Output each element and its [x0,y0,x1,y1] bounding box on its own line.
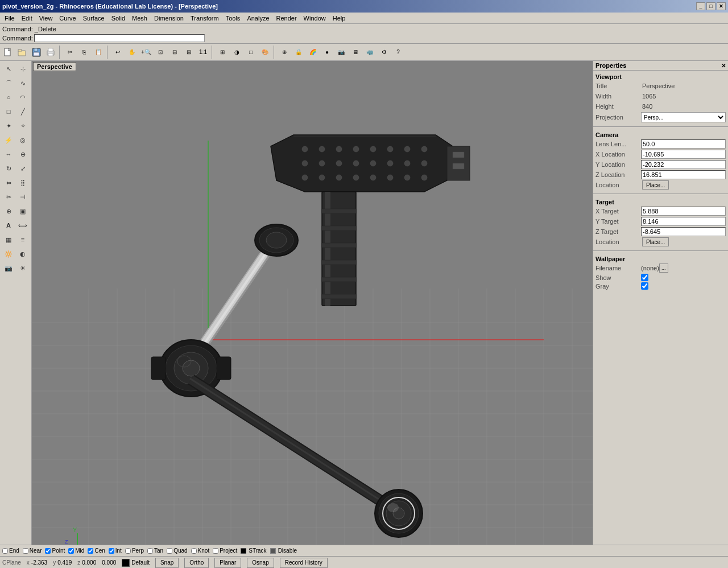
snap-end[interactable]: End [2,548,19,554]
snap-perp-check[interactable] [125,548,131,554]
prop-location-place-btn[interactable]: Place... [642,180,669,190]
material-tool[interactable]: ◐ [16,247,30,261]
pan-btn[interactable]: ✋ [125,46,139,59]
rotate-tool[interactable]: ↻ [2,162,15,175]
snap-quad-check[interactable] [167,548,172,554]
snap-mid-check[interactable] [68,548,74,554]
polyline-tool[interactable]: ⌒ [2,76,15,90]
rhino-logo-btn[interactable]: 🦏 [363,46,377,59]
freeform-tool[interactable]: ∿ [16,76,30,90]
snap-end-check[interactable] [2,548,8,554]
zoom-in-btn[interactable]: +🔍 [139,46,153,59]
snap-cen[interactable]: Cen [88,548,105,554]
snap-quad[interactable]: Quad [167,548,187,554]
shade-btn[interactable]: ◑ [230,46,243,59]
copy-btn[interactable]: ⎘ [77,46,91,59]
menu-render[interactable]: Render [273,14,300,23]
menu-surface[interactable]: Surface [80,14,108,23]
light-tool[interactable]: ☀ [16,261,30,275]
record-history-button[interactable]: Record History [280,558,328,568]
snap-near-check[interactable] [23,548,28,554]
osnap-button[interactable]: Osnap [247,558,274,568]
menu-dimension[interactable]: Dimension [151,14,187,23]
zoom-ext-btn[interactable]: ⊡ [154,46,167,59]
scale-tool[interactable]: ⤢ [16,162,30,175]
snap-int-check[interactable] [109,548,114,554]
command-input[interactable] [34,34,205,42]
prop-projection-select[interactable]: Persp... Parallel [641,112,726,122]
menu-curve[interactable]: Curve [56,14,79,23]
menu-file[interactable]: File [1,14,18,23]
ctrl-pts-tool[interactable]: ✧ [16,119,30,133]
split-tool[interactable]: ⊣ [16,190,30,204]
edit-pts-tool[interactable]: ✦ [2,119,15,133]
camera-tool[interactable]: 📷 [2,261,15,275]
zoom-sel-btn[interactable]: ⊟ [168,46,181,59]
menu-help[interactable]: Help [329,14,349,23]
prop-ytgt-value[interactable]: 8.146 [641,217,726,226]
prop-ztgt-value[interactable]: -8.645 [641,227,726,236]
menu-edit[interactable]: Edit [18,14,36,23]
save-btn[interactable] [30,46,43,59]
wire-btn[interactable]: □ [244,46,258,59]
snap-point-check[interactable] [45,548,51,554]
analysis-tool[interactable]: ⚡ [2,133,15,147]
snap-project-check[interactable] [213,548,218,554]
render-tools[interactable]: 🔆 [2,247,15,261]
menu-analyze[interactable]: Analyze [243,14,272,23]
menu-tools[interactable]: Tools [222,14,244,23]
close-btn[interactable]: ✕ [717,2,726,10]
snap-tan-check[interactable] [147,548,153,554]
zoom-win-btn[interactable]: ⊞ [182,46,196,59]
print-btn[interactable] [44,46,57,59]
plugin-btn[interactable]: ⚙ [377,46,391,59]
snap-near[interactable]: Near [23,548,42,554]
snap-disable[interactable]: Disable [270,548,297,554]
rect-tool[interactable]: □ [2,105,15,118]
snap-button[interactable]: Snap [155,558,179,568]
snap-mid[interactable]: Mid [68,548,84,554]
arc-tool[interactable]: ◠ [16,90,30,104]
paste-btn[interactable]: 📋 [92,46,105,59]
undo-btn[interactable]: ↩ [111,46,125,59]
text-tool[interactable]: A [2,219,15,232]
curvature-tool[interactable]: ◎ [16,133,30,147]
array-tool[interactable]: ⣿ [16,176,30,190]
copy-tool[interactable]: ⊕ [16,147,30,161]
join-tool[interactable]: ⊕ [2,204,15,218]
open-btn[interactable] [15,46,29,59]
menu-window[interactable]: Window [300,14,329,23]
group-tool[interactable]: ▣ [16,204,30,218]
prop-lens-value[interactable]: 50.0 [641,139,726,149]
cut-btn[interactable]: ✂ [63,46,77,59]
select-tool[interactable]: ↖ [2,62,15,76]
title-bar-controls[interactable]: _ □ ✕ [696,2,726,10]
menu-transform[interactable]: Transform [187,14,222,23]
menu-view[interactable]: View [36,14,56,23]
zoom-1to1-btn[interactable]: 1:1 [196,46,210,59]
maximize-btn[interactable]: □ [706,2,715,10]
select-all-tool[interactable]: ⊹ [16,62,30,76]
trim-tool[interactable]: ✂ [2,190,15,204]
prop-gray-checkbox[interactable] [641,282,648,290]
move-tool[interactable]: ↔ [2,147,15,161]
snap-perp[interactable]: Perp [125,548,144,554]
lock-btn[interactable]: 🔒 [292,46,305,59]
menu-solid[interactable]: Solid [108,14,129,23]
prop-show-checkbox[interactable] [641,274,648,281]
prop-target-place-btn[interactable]: Place... [642,237,669,246]
snap-grid-btn[interactable]: ⊕ [278,46,291,59]
line-tool[interactable]: ╱ [16,105,30,118]
circle-tool[interactable]: ○ [2,90,15,104]
help-btn[interactable]: ? [391,46,405,59]
prop-browse-btn[interactable]: ... [659,264,668,273]
mirror-tool[interactable]: ⇔ [2,176,15,190]
minimize-btn[interactable]: _ [696,2,705,10]
display-btn[interactable]: 🖥 [349,46,362,59]
dim-tool[interactable]: ⟺ [16,219,30,232]
hatch-tool[interactable]: ▦ [2,233,15,246]
menu-mesh[interactable]: Mesh [129,14,151,23]
snap-tan[interactable]: Tan [147,548,163,554]
material-btn[interactable]: ● [320,46,334,59]
camera-btn[interactable]: 📷 [334,46,348,59]
